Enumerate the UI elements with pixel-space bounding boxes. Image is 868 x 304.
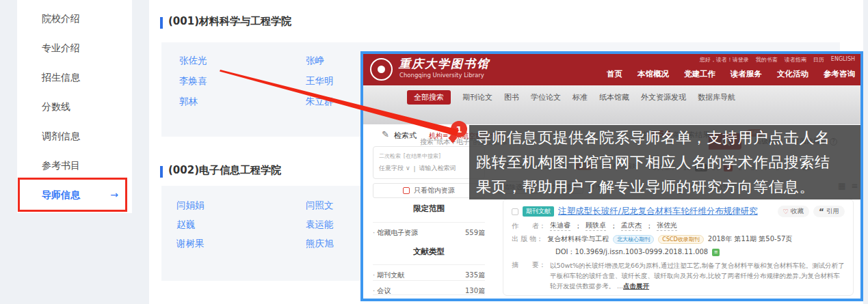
- author-link[interactable]: 孟庆杰: [621, 221, 642, 231]
- library-screenshot-overlay: 重庆大学图书馆 Chongqing University Library 您好，…: [360, 51, 863, 301]
- author-link[interactable]: 顾轶卓: [586, 221, 606, 231]
- fulltext-icon[interactable]: ≡: [712, 249, 720, 256]
- tutor-link[interactable]: 朱立群: [306, 96, 334, 109]
- sidebar-item-score-line[interactable]: 分数线: [17, 92, 132, 122]
- library-logo-subtitle: Chongqing University Library: [399, 72, 484, 79]
- section-title-bar: [160, 17, 163, 29]
- keyword-link[interactable]: 径向疲劳试验: [707, 294, 748, 296]
- field-select[interactable]: 任意字段 ∨: [379, 164, 410, 173]
- annotation-callout: 导师信息页提供各院系导师名单，支持用户点击人名 跳转至机构图书馆官网下相应人名的…: [469, 125, 861, 199]
- publication-name[interactable]: 复合材料科学与工程: [547, 234, 609, 244]
- sidebar-item-reference-books[interactable]: 参考书目: [17, 151, 132, 180]
- tab-books[interactable]: 图书: [504, 92, 519, 102]
- tab-database-nav[interactable]: 数据库导航: [698, 92, 735, 102]
- publication-issue: 2018年 第11期 第50-57页: [708, 234, 793, 244]
- keyword-link[interactable]: 复合材料车轮: [631, 294, 672, 296]
- result-item-card: 期刊文献 注塑成型长玻纤/尼龙复合材料车轮纤维分布规律研究 ♡ 收藏 “ 引用 …: [503, 199, 854, 296]
- tab-thesis[interactable]: 学位论文: [531, 92, 561, 102]
- sidebar: 院校介绍 专业介绍 招生信息 分数线 调剂信息 参考书目 导师信息 →: [17, 0, 132, 213]
- tutor-link[interactable]: 李焕喜: [179, 75, 207, 89]
- filter-row[interactable]: 会议 130篇: [373, 280, 485, 296]
- nav-reference[interactable]: 参考咨询: [824, 69, 855, 79]
- secondary-search-hint: [在结果中搜索]: [404, 153, 440, 159]
- arrow-right-icon: →: [110, 180, 118, 210]
- tutor-link[interactable]: 袁运能: [306, 219, 334, 232]
- section-title-bar: [160, 166, 163, 178]
- tutor-link[interactable]: 谢树果: [176, 238, 205, 251]
- sidebar-item-transfer-info[interactable]: 调剂信息: [17, 122, 132, 151]
- keywords-label: 关 键 词：: [512, 294, 543, 296]
- result-checkbox-icon[interactable]: [512, 208, 518, 215]
- tab-journal[interactable]: 期刊论文: [462, 92, 492, 102]
- heart-icon: ♡: [783, 208, 789, 215]
- expand-link[interactable]: 点击展开: [623, 282, 649, 290]
- secondary-search-input[interactable]: 请输入检索词: [419, 164, 456, 173]
- abstract-text: 以50wt%的长玻纤增强尼龙66为原料,通过注塑工艺,制备了复合材料平板和复合材…: [550, 262, 845, 290]
- caret-down-icon: ∨: [406, 165, 410, 171]
- search-tabs: 全部搜索 期刊论文 图书 学位论文 标准 纸本馆藏 外文资源发现 数据库导航: [407, 90, 735, 105]
- divider: |: [413, 165, 415, 172]
- reader-guide-link[interactable]: 读者指南: [785, 56, 806, 64]
- annotation-pin-1: 1: [451, 121, 467, 137]
- quote-icon: “: [819, 209, 824, 215]
- nav-culture[interactable]: 文化活动: [777, 69, 808, 79]
- result-title-link[interactable]: 注塑成型长玻纤/尼龙复合材料车轮纤维分布规律研究: [558, 206, 758, 217]
- doc-type-tag: 期刊文献: [523, 206, 554, 217]
- secondary-search-title: 二次检索: [379, 153, 401, 159]
- author-link[interactable]: 朱迪睿: [550, 221, 570, 231]
- library-seal-logo-icon: [370, 58, 393, 81]
- library-header: 重庆大学图书馆 Chongqing University Library 您好，…: [363, 54, 860, 85]
- query-label: 检索式: [394, 130, 417, 141]
- tutor-link[interactable]: 熊庆旭: [306, 238, 334, 251]
- abstract-label: 摘 要：: [512, 260, 546, 270]
- collect-button[interactable]: ♡ 收藏: [778, 206, 810, 217]
- only-local-filter[interactable]: 只看馆内资源: [373, 183, 485, 198]
- cscd-badge: CSCD收录期刊: [658, 235, 703, 244]
- library-top-links: 您好，读者！请登录 我的书斋 读者指南 日历 ENGLISH: [700, 56, 855, 64]
- nav-home[interactable]: 首页: [607, 69, 622, 79]
- tutor-link[interactable]: 王华明: [306, 75, 334, 89]
- keyword-link[interactable]: 注塑成型: [599, 294, 627, 296]
- tab-foreign-discovery[interactable]: 外文资源发现: [641, 92, 686, 102]
- callout-line: 果页，帮助用户了解专业导师的研究方向等信息。: [476, 175, 854, 199]
- author-label: 作 者：: [512, 221, 546, 231]
- tutor-link[interactable]: 赵巍: [176, 219, 205, 232]
- callout-line: 导师信息页提供各院系导师名单，支持用户点击人名: [476, 126, 854, 150]
- filter-row[interactable]: 专利 61篇: [373, 294, 485, 301]
- publication-label: 出 版 物：: [512, 234, 543, 244]
- tutor-link[interactable]: 张佐光: [179, 55, 207, 68]
- calendar-link[interactable]: 日历: [813, 56, 824, 64]
- tutor-link[interactable]: 郭林: [179, 96, 207, 109]
- nav-reader-service[interactable]: 读者服务: [731, 69, 762, 79]
- tutor-link[interactable]: 张峥: [306, 55, 334, 68]
- tutor-link[interactable]: 闫照文: [306, 199, 334, 213]
- pen-icon: ✎: [382, 129, 389, 139]
- nav-overview[interactable]: 本馆概况: [637, 69, 669, 79]
- sidebar-item-admission-info[interactable]: 招生信息: [17, 63, 132, 92]
- english-link[interactable]: ENGLISH: [831, 56, 855, 64]
- tab-paper-collection[interactable]: 纸本馆藏: [599, 92, 629, 102]
- keyword-link[interactable]: 长玻纤增强尼龙: [547, 294, 595, 296]
- login-link[interactable]: 您好，读者！请登录: [700, 56, 749, 64]
- sidebar-item-tutor-info[interactable]: 导师信息 →: [17, 180, 132, 210]
- nav-party-work[interactable]: 党建工作: [684, 69, 715, 79]
- my-library-link[interactable]: 我的书斋: [756, 56, 778, 64]
- tab-all-search[interactable]: 全部搜索: [407, 90, 451, 105]
- library-logo-title: 重庆大学图书馆: [399, 56, 490, 72]
- filter-row[interactable]: 馆藏电子资源 559篇: [373, 222, 485, 238]
- doc-type-title: 文献类型: [373, 247, 485, 257]
- cite-button[interactable]: “ 引用: [813, 206, 845, 217]
- tab-standard[interactable]: 标准: [573, 92, 588, 102]
- author-link[interactable]: 张佐光: [657, 221, 677, 231]
- secondary-search-card: 二次检索 [在结果中搜索] 任意字段 ∨ | 请输入检索词: [373, 146, 485, 179]
- keyword-link[interactable]: 纤维分布: [676, 294, 703, 296]
- filter-row[interactable]: 期刊文献 335篇: [373, 264, 485, 280]
- core-journal-badge: 北大核心期刊: [613, 235, 654, 244]
- library-nav: 首页 本馆概况 党建工作 读者服务 文化活动 参考咨询: [607, 69, 855, 79]
- sidebar-item-major-intro[interactable]: 专业介绍: [17, 33, 132, 63]
- tutor-link[interactable]: 闫娟娟: [176, 199, 205, 213]
- sidebar-item-school-intro[interactable]: 院校介绍: [17, 4, 132, 33]
- scope-title: 限定范围: [373, 204, 485, 214]
- section-title-002: (002)电子信息工程学院: [168, 164, 281, 177]
- checkbox-icon[interactable]: [403, 187, 410, 194]
